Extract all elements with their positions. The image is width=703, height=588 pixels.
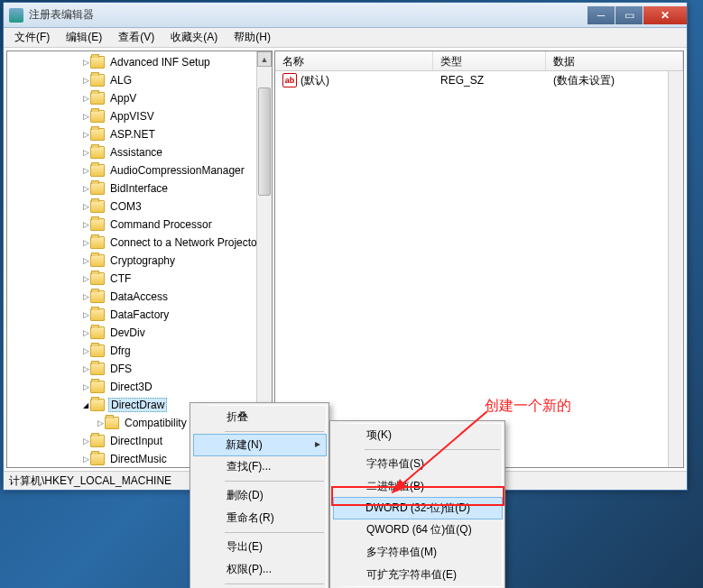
tree-item-appv[interactable]: ▷AppV: [7, 89, 272, 107]
expand-arrow-icon[interactable]: ▷: [81, 455, 90, 464]
tree-item-audiocompressionmanager[interactable]: ▷AudioCompressionManager: [7, 161, 272, 179]
col-data[interactable]: 数据: [546, 51, 683, 70]
menu-file[interactable]: 文件(F): [7, 28, 57, 47]
maximize-button[interactable]: ▭: [615, 6, 643, 24]
tree-item-alg[interactable]: ▷ALG: [7, 71, 272, 89]
expand-arrow-icon[interactable]: ▷: [81, 328, 90, 337]
folder-icon: [90, 218, 105, 231]
separator: [225, 481, 324, 482]
tree-item-dfrg[interactable]: ▷Dfrg: [7, 342, 272, 360]
expand-arrow-icon[interactable]: ▷: [81, 436, 90, 446]
folder-icon: [90, 74, 105, 87]
folder-icon: [90, 128, 105, 141]
tree-item-dataaccess[interactable]: ▷DataAccess: [7, 288, 272, 306]
separator: [365, 449, 500, 450]
new-submenu[interactable]: 项(K) 字符串值(S) 二进制值(B) DWORD (32-位)值(D) QW…: [329, 420, 505, 588]
scroll-up-button[interactable]: ▲: [257, 51, 272, 67]
ctx-collapse[interactable]: 折叠: [194, 406, 326, 428]
list-pane[interactable]: 名称 类型 数据 ab (默认) REG_SZ (数值未设置): [274, 51, 684, 468]
expand-arrow-icon[interactable]: ▷: [81, 148, 90, 157]
tree-item-label: ASP.NET: [108, 128, 157, 141]
list-header[interactable]: 名称 类型 数据: [275, 51, 683, 71]
expand-arrow-icon[interactable]: ▷: [81, 310, 90, 319]
tree-item-com3[interactable]: ▷COM3: [7, 198, 272, 216]
expand-arrow-icon[interactable]: ▷: [81, 130, 90, 139]
folder-icon: [105, 417, 119, 429]
minimize-button[interactable]: ─: [587, 6, 615, 24]
menu-help[interactable]: 帮助(H): [227, 28, 278, 47]
close-button[interactable]: ✕: [643, 6, 687, 24]
expand-arrow-icon[interactable]: ▷: [81, 202, 90, 211]
ctx-new-qword[interactable]: QWORD (64 位)值(Q): [334, 519, 502, 541]
ctx-rename[interactable]: 重命名(R): [194, 507, 326, 529]
folder-icon: [90, 399, 105, 411]
expand-arrow-icon[interactable]: ▷: [81, 292, 90, 301]
ctx-new-binary[interactable]: 二进制值(B): [334, 475, 502, 498]
tree-item-command-processor[interactable]: ▷Command Processor: [7, 216, 272, 234]
expand-arrow-icon[interactable]: ▷: [81, 256, 90, 265]
tree-item-cryptography[interactable]: ▷Cryptography: [7, 252, 272, 270]
tree-item-connect-to-a-network-projector[interactable]: ▷Connect to a Network Projector: [7, 234, 272, 252]
col-name[interactable]: 名称: [275, 51, 433, 70]
tree-item-appvisv[interactable]: ▷AppVISV: [7, 107, 272, 125]
menu-favorites[interactable]: 收藏夹(A): [163, 28, 225, 47]
folder-icon: [90, 146, 105, 159]
tree-item-direct3d[interactable]: ▷Direct3D: [7, 378, 272, 396]
expand-arrow-icon[interactable]: ▷: [81, 184, 90, 193]
tree-item-asp-net[interactable]: ▷ASP.NET: [7, 125, 272, 143]
tree-item-dfs[interactable]: ▷DFS: [7, 360, 272, 378]
expand-arrow-icon[interactable]: ▷: [81, 76, 90, 85]
context-menu[interactable]: 折叠 新建(N) 查找(F)... 删除(D) 重命名(R) 导出(E) 权限(…: [190, 402, 329, 588]
folder-icon: [90, 326, 105, 339]
ctx-new-dword[interactable]: DWORD (32-位)值(D): [333, 497, 503, 519]
window-title: 注册表编辑器: [29, 7, 587, 23]
expand-arrow-open-icon[interactable]: ◢: [81, 401, 90, 409]
scroll-thumb[interactable]: [258, 87, 271, 196]
list-scrollbar[interactable]: [668, 71, 683, 467]
tree-item-label: Compatibility: [123, 417, 189, 429]
folder-icon: [90, 453, 105, 465]
menubar: 文件(F) 编辑(E) 查看(V) 收藏夹(A) 帮助(H): [4, 28, 687, 48]
tree-item-assistance[interactable]: ▷Assistance: [7, 143, 272, 161]
tree-item-label: Assistance: [108, 146, 164, 159]
expand-arrow-icon[interactable]: ▷: [81, 382, 90, 391]
expand-arrow-icon[interactable]: ▷: [81, 94, 90, 103]
folder-icon: [90, 56, 105, 69]
ctx-new-string[interactable]: 字符串值(S): [334, 453, 502, 475]
tree-item-devdiv[interactable]: ▷DevDiv: [7, 324, 272, 342]
expand-arrow-icon[interactable]: ▷: [81, 220, 90, 229]
ctx-new[interactable]: 新建(N): [193, 434, 327, 456]
expand-arrow-icon[interactable]: ▷: [81, 346, 90, 355]
menu-view[interactable]: 查看(V): [111, 28, 162, 47]
expand-arrow-icon[interactable]: ▷: [81, 364, 90, 373]
separator: [225, 431, 324, 432]
ctx-permissions[interactable]: 权限(P)...: [194, 558, 326, 581]
ctx-new-expandstring[interactable]: 可扩充字符串值(E): [334, 564, 502, 586]
expand-arrow-icon[interactable]: ▷: [81, 274, 90, 283]
col-type[interactable]: 类型: [433, 51, 546, 70]
expand-arrow-icon[interactable]: ▷: [81, 238, 90, 247]
ctx-export[interactable]: 导出(E): [194, 536, 326, 558]
tree-item-label: Cryptography: [108, 254, 177, 267]
ctx-new-multistring[interactable]: 多字符串值(M): [334, 541, 502, 564]
tree-item-advanced-inf-setup[interactable]: ▷Advanced INF Setup: [7, 53, 272, 71]
app-icon: [9, 8, 23, 23]
tree-item-bidinterface[interactable]: ▷BidInterface: [7, 179, 272, 198]
ctx-delete[interactable]: 删除(D): [194, 484, 326, 507]
folder-icon: [90, 381, 105, 393]
folder-icon: [90, 435, 105, 447]
expand-arrow-icon[interactable]: ▷: [96, 418, 105, 427]
tree-item-ctf[interactable]: ▷CTF: [7, 270, 272, 288]
expand-arrow-icon[interactable]: ▷: [81, 112, 90, 121]
tree-item-label: Advanced INF Setup: [108, 56, 212, 69]
expand-arrow-icon[interactable]: ▷: [81, 58, 90, 67]
value-name: (默认): [301, 73, 329, 88]
tree-item-label: AppV: [108, 92, 138, 105]
expand-arrow-icon[interactable]: ▷: [81, 166, 90, 175]
tree-item-datafactory[interactable]: ▷DataFactory: [7, 306, 272, 324]
menu-edit[interactable]: 编辑(E): [59, 28, 109, 47]
ctx-find[interactable]: 查找(F)...: [194, 455, 326, 478]
ctx-new-key[interactable]: 项(K): [334, 424, 502, 446]
list-row[interactable]: ab (默认) REG_SZ (数值未设置): [275, 71, 683, 89]
titlebar[interactable]: 注册表编辑器 ─ ▭ ✕: [4, 3, 687, 28]
